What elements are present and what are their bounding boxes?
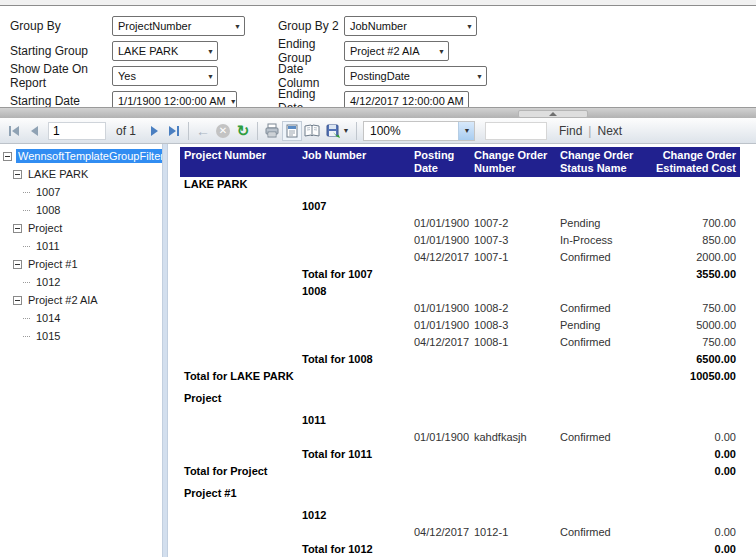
tree-item-project[interactable]: Project (0, 219, 162, 237)
report-cell: 01/01/1900 (410, 233, 470, 250)
report-cell: 01/01/1900 (410, 318, 470, 335)
first-page-button[interactable] (4, 121, 24, 141)
report-cell (410, 508, 470, 525)
cancel-button[interactable]: ✕ (213, 121, 233, 141)
report-row: 04/12/20171008-1Confirmed750.00 (180, 335, 740, 352)
tree-item-1015[interactable]: 1015 (0, 327, 162, 345)
zoom-dropdown-button[interactable]: ▼ (458, 122, 474, 140)
report-cell (556, 267, 650, 284)
report-cell (410, 369, 470, 386)
report-cell: Confirmed (556, 335, 650, 352)
report-cell (556, 369, 650, 386)
find-link[interactable]: Find (555, 124, 586, 138)
zoom-value: 100% (364, 124, 401, 138)
group-by-select[interactable]: ProjectNumber▼ (112, 16, 245, 36)
parameters-panel: Group ByProjectNumber▼Starting GroupLAKE… (0, 6, 756, 107)
report-cell (556, 486, 650, 503)
page-setup-button[interactable] (302, 121, 322, 141)
report-cell (410, 352, 470, 369)
show-date-on-report-select[interactable]: Yes▼ (112, 66, 218, 86)
date-column-value: PostingDate (350, 70, 410, 82)
report-cell (470, 284, 556, 301)
tree-item-label: LAKE PARK (26, 167, 90, 181)
tree-item-lake-park[interactable]: LAKE PARK (0, 165, 162, 183)
current-page-input[interactable] (48, 122, 106, 140)
report-cell (470, 391, 556, 408)
starting-date-label: Starting Date (10, 94, 112, 108)
tree-item-1007[interactable]: 1007 (0, 183, 162, 201)
last-page-button[interactable] (164, 121, 184, 141)
group-by-2-value: JobNumber (350, 20, 407, 32)
report-cell: 1008-3 (470, 318, 556, 335)
report-cell: LAKE PARK (180, 177, 298, 194)
tree-item-1008[interactable]: 1008 (0, 201, 162, 219)
report-cell: 0.00 (650, 525, 740, 542)
export-button[interactable]: ▼ (322, 121, 352, 141)
report-row: Total for 10120.00 (180, 542, 740, 557)
dropdown-arrow-icon: ▼ (438, 48, 445, 55)
tree-item-1014[interactable]: 1014 (0, 309, 162, 327)
collapse-toggle-icon[interactable] (3, 152, 12, 161)
refresh-button[interactable]: ↻ (233, 121, 253, 141)
report-cell: 04/12/2017 (410, 525, 470, 542)
collapse-toggle-icon[interactable] (13, 260, 22, 269)
report-toolbar: of 1 ← ✕ ↻ (0, 118, 756, 144)
report-cell: Total for 1012 (298, 542, 410, 557)
report-cell (650, 284, 740, 301)
report-row: 1008 (180, 284, 740, 301)
zoom-select[interactable]: 100% ▼ (363, 121, 475, 141)
report-cell: 5000.00 (650, 318, 740, 335)
next-link[interactable]: Next (593, 124, 626, 138)
report-cell: 10050.00 (650, 369, 740, 386)
report-cell: Pending (556, 318, 650, 335)
report-cell (650, 177, 740, 194)
report-cell: 700.00 (650, 216, 740, 233)
collapse-toggle-icon[interactable] (13, 170, 22, 179)
report-cell (470, 486, 556, 503)
report-row: 01/01/19001008-3Pending5000.00 (180, 318, 740, 335)
next-page-button[interactable] (144, 121, 164, 141)
report-row: 1011 (180, 413, 740, 430)
report-row: 1012 (180, 508, 740, 525)
back-button[interactable]: ← (193, 121, 213, 141)
tree-item-label: 1012 (34, 275, 62, 289)
report-viewer-body: Project NumberJob NumberPosting DateChan… (168, 144, 756, 557)
report-row: Project #1 (180, 486, 740, 503)
print-icon (264, 123, 280, 139)
report-cell (556, 464, 650, 481)
report-cell (298, 430, 410, 447)
report-cell: Confirmed (556, 301, 650, 318)
print-layout-button[interactable] (282, 121, 302, 141)
tree-item-project-1[interactable]: Project #1 (0, 255, 162, 273)
report-cell (410, 391, 470, 408)
tree-item-1012[interactable]: 1012 (0, 273, 162, 291)
export-icon (325, 123, 341, 139)
report-cell: 3550.00 (650, 267, 740, 284)
ending-group-select[interactable]: Project #2 AIA▼ (344, 41, 449, 61)
collapse-toggle-icon[interactable] (13, 224, 22, 233)
report-cell: Total for LAKE PARK (180, 369, 298, 386)
previous-page-button[interactable] (24, 121, 44, 141)
report-cell: 1008-1 (470, 335, 556, 352)
ending-date-value: 4/12/2017 12:00:00 AM (350, 95, 464, 107)
find-text-input[interactable] (485, 122, 547, 140)
collapse-toggle-icon[interactable] (13, 296, 22, 305)
report-row: 01/01/19001007-3In-Process850.00 (180, 233, 740, 250)
starting-group-select[interactable]: LAKE PARK▼ (112, 41, 218, 61)
report-cell (298, 318, 410, 335)
report-cell: Confirmed (556, 250, 650, 267)
report-cell (556, 391, 650, 408)
tree-item-1011[interactable]: 1011 (0, 237, 162, 255)
report-rows: LAKE PARK100701/01/19001007-2Pending700.… (180, 177, 756, 557)
report-cell: 1007-1 (470, 250, 556, 267)
report-cell (298, 250, 410, 267)
group-by-2-select[interactable]: JobNumber▼ (344, 16, 477, 36)
print-button[interactable] (262, 121, 282, 141)
date-column-select[interactable]: PostingDate▼ (344, 66, 487, 86)
tree-item-project-2-aia[interactable]: Project #2 AIA (0, 291, 162, 309)
collapse-parameters-handle[interactable] (518, 110, 588, 118)
report-row: Project (180, 391, 740, 408)
cancel-icon: ✕ (216, 124, 230, 138)
tree-item-wennsofttemplategroupfilterd[interactable]: WennsoftTemplateGroupFilterD (0, 147, 162, 165)
report-cell: 0.00 (650, 447, 740, 464)
